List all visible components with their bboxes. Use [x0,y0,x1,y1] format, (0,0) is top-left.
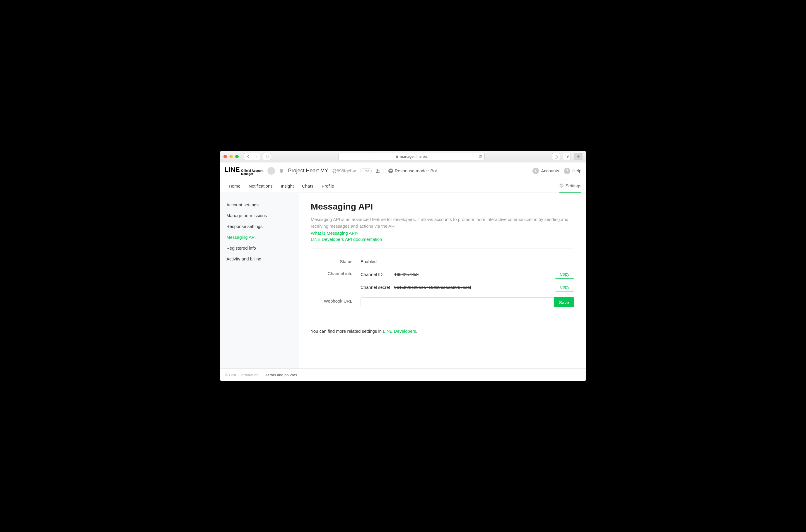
close-window-button[interactable] [223,155,227,158]
page-title: Messaging API [311,202,574,212]
titlebar: manager.line.biz + [220,151,586,163]
sidebar-item-response-settings[interactable]: Response settings [220,221,299,232]
account-id: @896fqebw [332,168,355,173]
friend-count: 1 [376,168,384,173]
lock-icon [396,155,398,158]
plan-badge: Free [360,169,372,173]
response-mode: Response mode : Bot [388,168,437,173]
tab-insight[interactable]: Insight [277,179,298,193]
tabs-bar: Home Notifications Insight Chats Profile… [220,179,586,193]
chevron-left-icon [246,155,250,158]
body: Account settings Manage permissions Resp… [220,193,586,368]
sidebar-item-messaging-api[interactable]: Messaging API [220,232,299,243]
titlebar-right: + [552,153,583,160]
url-text: manager.line.biz [400,154,427,158]
logo[interactable]: LINE Official AccountManager [225,166,263,175]
status-label: Status [311,258,361,264]
back-button[interactable] [244,153,252,160]
new-tab-button[interactable]: + [574,153,583,160]
help-link[interactable]: ? Help [564,168,581,174]
friends-icon [376,169,381,173]
svg-point-9 [561,185,562,186]
person-icon [532,168,539,174]
tabs-icon [565,155,569,158]
chat-icon [388,169,393,173]
more-settings-text: You can find more related settings in LI… [311,329,574,334]
logo-line: LINE [225,166,240,173]
forward-button[interactable] [252,153,260,160]
chevron-right-icon [255,155,258,158]
sidebar-item-manage-permissions[interactable]: Manage permissions [220,210,299,221]
channel-secret-label: Channel secret [361,285,394,290]
line-developers-link[interactable]: LINE Developers [383,329,416,334]
tab-profile[interactable]: Profile [317,179,338,193]
url-bar[interactable]: manager.line.biz [338,153,485,160]
channel-secret-value: 9615b98e29aea716de96daea9967bdef [394,285,555,290]
tab-chats[interactable]: Chats [298,179,317,193]
help-icon: ? [564,168,570,174]
app-header: LINE Official AccountManager Project Hea… [220,163,586,179]
page-description: Messaging API is an advanced feature for… [311,216,574,229]
sidebar-item-account-settings[interactable]: Account settings [220,199,299,210]
window-controls [223,155,239,158]
copy-channel-id-button[interactable]: Copy [555,270,574,279]
reload-icon [479,155,482,158]
svg-rect-5 [565,156,568,158]
webhook-row: Webhook URL Save [311,294,574,310]
channel-id-row: Channel ID 1654257858 Copy [361,270,574,279]
divider [311,248,574,248]
sidebar-item-registered-info[interactable]: Registered info [220,243,299,253]
status-value: Enabled [361,258,574,264]
reload-button[interactable] [479,155,482,158]
tabs-button[interactable] [563,153,571,160]
webhook-url-input[interactable] [361,297,554,307]
tab-home[interactable]: Home [225,179,244,193]
main-content: Messaging API Messaging API is an advanc… [299,193,586,368]
tab-settings[interactable]: Settings [560,179,581,193]
sidebar-toggle-button[interactable] [263,153,271,160]
project-name: Project Heart MY [288,168,328,174]
minimize-window-button[interactable] [229,155,233,158]
accounts-link[interactable]: Accounts [532,168,559,174]
channel-secret-row: Channel secret 9615b98e29aea716de96daea9… [361,283,574,291]
channel-info-label: Channel info [311,270,361,276]
what-is-messaging-api-link[interactable]: What is Messaging API? [311,231,574,235]
svg-rect-0 [265,155,269,158]
line-developers-docs-link[interactable]: LINE Developers API documentation [311,237,574,242]
save-webhook-button[interactable]: Save [554,297,574,307]
svg-rect-2 [396,156,398,158]
sidebar-icon [265,155,269,158]
copyright: © LINE Corporation [225,373,259,377]
logo-subtitle: Official AccountManager [241,169,263,175]
svg-point-6 [377,169,378,171]
browser-window: manager.line.biz + LINE Official Account… [220,151,586,381]
divider [311,322,574,322]
copy-channel-secret-button[interactable]: Copy [555,283,574,291]
nav-buttons [244,153,260,160]
channel-info-row: Channel info Channel ID 1654257858 Copy … [311,267,574,294]
maximize-window-button[interactable] [235,155,239,158]
sidebar-item-activity-billing[interactable]: Activity and billing [220,253,299,264]
share-icon [554,154,558,158]
header-right: Accounts ? Help [532,168,581,174]
sidebar: Account settings Manage permissions Resp… [220,193,299,368]
channel-id-value: 1654257858 [394,272,555,277]
footer: © LINE Corporation Terms and policies [220,368,586,381]
channel-id-label: Channel ID [361,272,394,277]
terms-link[interactable]: Terms and policies [265,373,297,377]
tab-notifications[interactable]: Notifications [244,179,277,193]
svg-point-8 [535,169,536,171]
webhook-label: Webhook URL [311,297,361,303]
share-button[interactable] [552,153,560,160]
svg-point-7 [379,169,380,171]
account-avatar[interactable] [268,167,275,175]
shield-icon [279,169,284,173]
gear-icon [560,184,564,188]
status-row: Status Enabled [311,255,574,267]
